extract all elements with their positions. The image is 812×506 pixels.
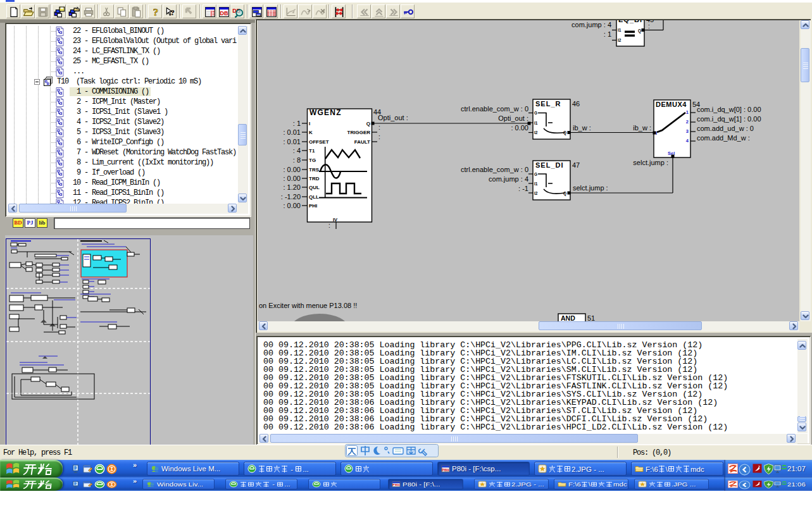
svg-text:: 0.00: : 0.00 — [511, 124, 528, 132]
svg-text:I: I — [309, 121, 310, 126]
svg-text:46: 46 — [572, 100, 580, 108]
svg-text:ib_w :: ib_w : — [573, 124, 591, 132]
svg-text::: : — [378, 124, 380, 131]
svg-text:P80i: P80i — [392, 484, 399, 486]
svg-text:K: K — [309, 130, 313, 135]
svg-text:I2: I2 — [534, 130, 538, 135]
svg-text:DB: DB — [220, 10, 228, 16]
svg-text:com.add_ud_w : 0: com.add_ud_w : 0 — [697, 125, 754, 132]
svg-text:com.i_dq_w[1] : 0.00: com.i_dq_w[1] : 0.00 — [697, 115, 761, 123]
svg-text:TRD: TRD — [309, 176, 320, 182]
svg-text:: 1.20: : 1.20 — [283, 183, 301, 191]
svg-text:: -1: : -1 — [518, 185, 528, 192]
svg-text:com.jump : 4: com.jump : 4 — [572, 21, 611, 28]
svg-text:: 0.01: : 0.01 — [283, 128, 301, 136]
svg-text:SEL_DI: SEL_DI — [535, 161, 564, 169]
svg-text:3: 3 — [686, 128, 689, 134]
svg-text:ctrl.enable_com_w : 0: ctrl.enable_com_w : 0 — [461, 105, 528, 113]
svg-text:OFFSET: OFFSET — [309, 139, 329, 145]
svg-text:Opti_out :: Opti_out : — [498, 114, 528, 122]
svg-text:I1: I1 — [618, 28, 621, 32]
svg-text:: 0.00: : 0.00 — [283, 175, 301, 182]
svg-text:: -1.20: : -1.20 — [281, 193, 301, 201]
svg-text:WGENZ: WGENZ — [309, 108, 342, 117]
svg-text:selct.jump :: selct.jump : — [633, 159, 668, 166]
svg-text:on Exciter with menue P13.08 !: on Exciter with menue P13.08 !! — [259, 302, 357, 309]
svg-text:PHI: PHI — [309, 203, 317, 209]
svg-text::: : — [328, 222, 330, 229]
svg-text:com.add_Md_w :: com.add_Md_w : — [697, 134, 750, 142]
svg-text:selct.jump :: selct.jump : — [573, 184, 608, 192]
svg-text:51: 51 — [587, 314, 595, 321]
svg-text:ctrl.enable_com_w : 0: ctrl.enable_com_w : 0 — [461, 166, 528, 173]
svg-text:2: 2 — [686, 119, 689, 125]
svg-text:P80i: P80i — [442, 468, 449, 472]
svg-text:AND: AND — [561, 314, 575, 321]
svg-text:TRS: TRS — [309, 167, 320, 173]
svg-text:: 1: : 1 — [604, 30, 611, 38]
svg-text:Q: Q — [366, 121, 370, 126]
svg-text:SEL_R: SEL_R — [535, 100, 561, 108]
svg-text::: : — [378, 133, 380, 140]
svg-text:QLL: QLL — [309, 194, 319, 200]
svg-text:com.i_dq_w[0] : 0.00: com.i_dq_w[0] : 0.00 — [697, 106, 761, 113]
svg-text:: 0.00: : 0.00 — [283, 166, 301, 173]
svg-text:EQ_BI: EQ_BI — [618, 20, 642, 23]
svg-text:G: G — [534, 111, 537, 115]
svg-text:G: G — [534, 172, 537, 176]
svg-text:47: 47 — [572, 161, 580, 169]
svg-text:45: 45 — [646, 20, 654, 23]
svg-text:?: ? — [171, 8, 175, 17]
svg-text:: 0.01: : 0.01 — [283, 138, 301, 145]
svg-text:1: 1 — [686, 109, 689, 115]
svg-text:?: ? — [153, 6, 158, 18]
svg-text:Q: Q — [638, 28, 641, 34]
svg-text:T1: T1 — [309, 148, 315, 154]
svg-text:com.jump : 4: com.jump : 4 — [489, 175, 528, 183]
svg-text:: 8: : 8 — [293, 156, 301, 164]
svg-text:: 0.00: : 0.00 — [283, 202, 301, 209]
svg-text::: : — [648, 23, 650, 30]
svg-text:I1: I1 — [534, 121, 538, 125]
svg-text:TRIGGER: TRIGGER — [347, 130, 371, 135]
svg-text:Opti_out :: Opti_out : — [378, 114, 408, 121]
svg-text:: 1: : 1 — [293, 120, 301, 127]
svg-text:ib_w :: ib_w : — [633, 124, 651, 132]
svg-text:QUL: QUL — [309, 185, 320, 190]
svg-text:I2: I2 — [618, 38, 621, 42]
svg-text:I1: I1 — [534, 182, 538, 186]
svg-text:FAULT: FAULT — [354, 139, 370, 145]
svg-text:DEMUX4: DEMUX4 — [656, 101, 687, 108]
svg-text:TG: TG — [309, 157, 316, 163]
svg-text:: 4: : 4 — [293, 147, 301, 154]
svg-text:IV: IV — [333, 217, 337, 223]
svg-text:I2: I2 — [534, 191, 538, 195]
